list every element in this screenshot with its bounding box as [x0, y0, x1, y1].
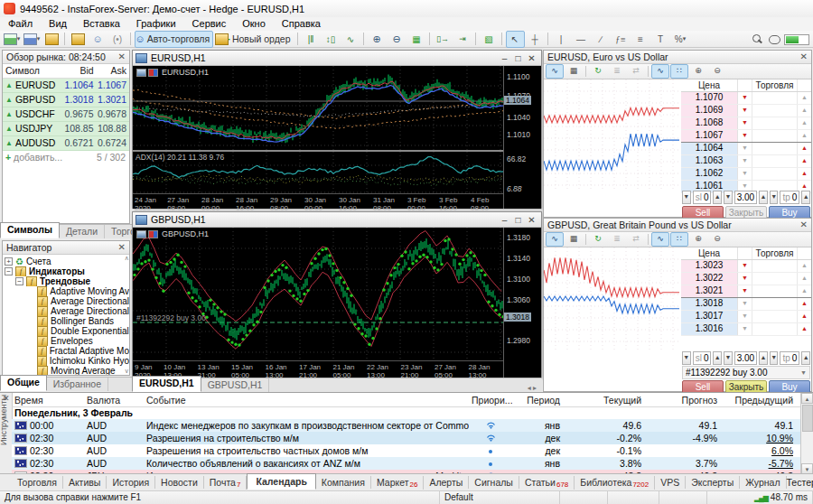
ask-row[interactable]: 1.1068▼▲	[681, 117, 811, 130]
ask-row[interactable]: 1.1067▼▲	[681, 130, 811, 143]
orders-button[interactable]: ⇄	[627, 64, 645, 79]
sell-chevron-icon[interactable]: ▼	[738, 285, 752, 297]
tp-up-button[interactable]: ▲	[801, 191, 810, 204]
zoom-in-button[interactable]: ⊕	[368, 31, 387, 48]
history-center-button[interactable]	[42, 31, 61, 48]
trade-cell[interactable]	[752, 168, 798, 180]
menu-insert[interactable]: Вставка	[75, 17, 128, 31]
sell-chevron-icon[interactable]: ▼	[738, 117, 752, 129]
bottom-tab-alerts[interactable]: Алерты	[424, 476, 469, 489]
tile-windows-button[interactable]: ▦	[407, 31, 426, 48]
tp-field[interactable]: tp0	[780, 351, 799, 365]
table-mode-button[interactable]: ▦	[565, 64, 583, 79]
new-order-button[interactable]: +Новый ордер	[214, 31, 294, 48]
sell-chevron-icon[interactable]: ▼	[738, 92, 752, 104]
col-time[interactable]: Время	[12, 394, 84, 406]
price-scale[interactable]: 1.3180 1.3140 1.3100 1.3060 1.3018 1.298…	[503, 228, 541, 378]
bar-chart-button[interactable]: |‖	[302, 31, 321, 48]
col-priority[interactable]: Приори...	[469, 394, 512, 406]
trade-cell[interactable]	[752, 311, 798, 322]
price-scale[interactable]: 1.1100 1.1070 1.1064 1.1040 1.1010 66.82…	[503, 66, 541, 209]
bottom-tab-calendar[interactable]: Календарь	[247, 473, 315, 490]
chart-tab-eurusd[interactable]: EURUSD,H1	[132, 376, 201, 392]
up-chevron-icon[interactable]: ▲	[798, 260, 811, 272]
trade-cell[interactable]	[752, 92, 798, 104]
dots-mode-button[interactable]: ∷	[670, 232, 688, 247]
menu-window[interactable]: Окно	[234, 17, 274, 31]
minimize-icon[interactable]: –	[498, 215, 511, 225]
calendar-row[interactable]: 02:30 AUD Разрешения на строительство ча…	[12, 444, 800, 457]
volume-down-button[interactable]: ▼	[724, 191, 733, 204]
bottom-tab-market[interactable]: Маркет26	[371, 476, 424, 490]
down-chevron-icon[interactable]: ▼	[738, 323, 752, 335]
bid-row[interactable]: 1.1063▼▲	[681, 155, 811, 168]
tp-up-button[interactable]: ▲	[801, 351, 810, 365]
status-profile[interactable]: Default	[440, 491, 560, 504]
tree-item-indicator[interactable]: fAdaptive Moving Av	[5, 286, 129, 296]
down-chevron-icon[interactable]: ▼	[738, 311, 752, 322]
market-watch-row-gbpusd[interactable]: ▲GBPUSD 1.3018 1.3021	[3, 93, 129, 107]
gbpusd-tick-chart[interactable]	[544, 247, 681, 350]
buy-chevron-icon[interactable]: ▲	[798, 298, 811, 310]
auto-trading-button[interactable]: ☺Авто-торговля	[135, 31, 214, 48]
up-chevron-icon[interactable]: ▲	[798, 92, 811, 104]
bottom-tab-mail[interactable]: Почта7	[204, 476, 248, 490]
volume-up-button[interactable]: ▲	[759, 191, 768, 204]
menu-help[interactable]: Справка	[274, 17, 329, 31]
tick-chart-button[interactable]: ∿	[651, 64, 669, 79]
menu-view[interactable]: Вид	[41, 17, 75, 31]
bid-row[interactable]: 1.1064▼▲	[681, 143, 811, 155]
bottom-tab-journal[interactable]: Журнал	[740, 476, 786, 489]
sell-chevron-icon[interactable]: ▼	[738, 273, 752, 285]
bottom-tab-experts[interactable]: Эксперты	[686, 476, 740, 489]
col-forecast[interactable]: Прогноз	[644, 394, 720, 406]
bottom-tab-trade[interactable]: Торговля	[12, 476, 63, 489]
trade-cell[interactable]	[752, 298, 798, 310]
tab-favorites[interactable]: Избранное	[47, 378, 108, 391]
dots-mode-button[interactable]: ∷	[670, 64, 688, 79]
calendar-row[interactable]: 02:30 AUD Количество объявлений о ваканс…	[12, 457, 800, 470]
calendar-row[interactable]: 00:00 AUD Индекс менеджеров по закупкам …	[12, 419, 800, 432]
tree-item-indicator[interactable]: fDouble Exponential	[5, 326, 129, 336]
sell-chevron-icon[interactable]: ▼	[738, 130, 752, 142]
market-watch-row-usdjpy[interactable]: ▲USDJPY 108.85 108.88	[3, 122, 129, 136]
maximize-icon[interactable]: □	[511, 53, 525, 63]
sl-field[interactable]: sl0	[693, 191, 712, 204]
chart-mode-button[interactable]: ∿	[546, 64, 564, 79]
trade-cell[interactable]	[752, 155, 798, 167]
up-chevron-icon[interactable]: ▲	[798, 130, 811, 142]
chart-shift-button[interactable]: ▯→	[434, 31, 453, 48]
ask-row[interactable]: 1.3022▼▲	[681, 273, 811, 285]
refresh-button[interactable]: ↻	[589, 64, 607, 79]
sl-down-button[interactable]: ▼	[682, 351, 691, 365]
search-button[interactable]	[752, 33, 761, 44]
add-symbol-row[interactable]: + добавить... 5 / 302	[3, 151, 129, 164]
channels-button[interactable]: ≡	[631, 31, 650, 48]
depth-button[interactable]: ≣	[608, 64, 626, 79]
bottom-tab-assets[interactable]: Активы	[63, 476, 107, 489]
buy-chevron-icon[interactable]: ▲	[798, 143, 811, 154]
bottom-tab-vps[interactable]: VPS	[655, 476, 686, 489]
ask-row[interactable]: 1.1070▼▲	[681, 92, 811, 105]
calendar-scrollbar[interactable]: ▲ ▼	[800, 393, 813, 474]
fibonacci-button[interactable]: ƒ≡	[612, 31, 631, 48]
shapes-button[interactable]: %▾	[671, 31, 690, 48]
strategy-tester-label[interactable]: Тестер стратегий	[787, 477, 813, 488]
minimize-icon[interactable]: –	[498, 53, 511, 63]
zoom-out-button[interactable]: ⊖	[708, 232, 726, 247]
eurusd-price-chart[interactable]	[133, 66, 504, 150]
tree-item-indicator[interactable]: fFractal Adaptive Mo	[5, 346, 129, 356]
zoom-in-button[interactable]: ⊕	[689, 232, 707, 247]
tab-common[interactable]: Общие	[0, 375, 47, 391]
tree-item-accounts[interactable]: +♻Счета	[5, 257, 129, 266]
down-chevron-icon[interactable]: ▼	[738, 143, 752, 154]
up-chevron-icon[interactable]: ▲	[798, 285, 811, 297]
ask-row[interactable]: 1.3023▼▲	[681, 260, 811, 273]
trade-cell[interactable]	[752, 323, 798, 335]
menu-charts[interactable]: Графики	[128, 17, 184, 31]
trade-cell[interactable]	[752, 117, 798, 129]
open-position-row[interactable]: #11392292 buy 3.00 GBPUSD 1.3018 ▼	[682, 366, 810, 379]
tab-scroll-right-icon[interactable]: ▸	[533, 384, 537, 392]
chart-tab-gbpusd[interactable]: GBPUSD,H1	[201, 378, 270, 392]
tree-item-indicator[interactable]: fIchimoku Kinko Hyo	[5, 356, 129, 366]
